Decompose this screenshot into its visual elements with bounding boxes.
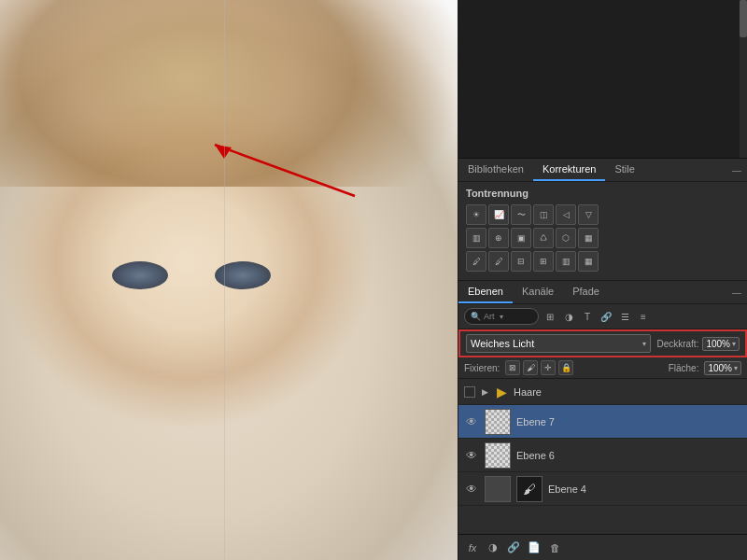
list-item[interactable]: ▶ ▶ Haare <box>458 379 747 405</box>
tab-kanaele[interactable]: Kanäle <box>513 281 563 303</box>
ebenen-section: 🔍 Art ▾ ⊞ ◑ T 🔗 ☰ ≡ Weiches Licht ▾ Deck… <box>458 304 747 560</box>
top-tab-bar: Bibliotheken Korrekturen Stile — <box>458 159 747 182</box>
eye-left <box>112 261 168 289</box>
opacity-arrow: ▾ <box>732 340 736 348</box>
layers-list: ▶ ▶ Haare 👁 Ebene 7 👁 Ebene 6 👁 <box>458 379 747 534</box>
invert-icon[interactable]: ▦ <box>578 228 599 248</box>
adjustment-layer-icon[interactable]: ◑ <box>485 539 501 556</box>
vibrance-icon[interactable]: ◁ <box>556 204 576 225</box>
tab-korrekturen[interactable]: Korrekturen <box>533 159 605 181</box>
blend-mode-value: Weiches Licht <box>471 338 534 349</box>
layer-menu-icon[interactable]: ≡ <box>636 309 651 324</box>
group-icon[interactable]: 🔗 <box>505 539 522 556</box>
icon-row-1: ☀ 📈 〜 ◫ ◁ ▽ <box>466 204 740 225</box>
ebenen-toolbar: 🔍 Art ▾ ⊞ ◑ T 🔗 ☰ ≡ <box>458 304 747 329</box>
channel-mix-icon[interactable]: ♺ <box>533 228 554 248</box>
blend-mode-select[interactable]: Weiches Licht ▾ <box>466 334 651 353</box>
center-line <box>224 0 225 560</box>
flache-arrow: ▾ <box>734 364 738 372</box>
layer-link-icon[interactable]: 🔗 <box>599 309 613 324</box>
opacity-label: Deckkraft: <box>656 339 698 349</box>
right-panel: Bibliotheken Korrekturen Stile — Tontren… <box>458 0 747 560</box>
korrekturen-title: Tontrennung <box>466 188 740 199</box>
ebenen-tab-bar: Ebenen Kanäle Pfade — <box>458 281 747 304</box>
layer-search-box[interactable]: 🔍 Art ▾ <box>464 308 539 325</box>
fixieren-label: Fixieren: <box>464 363 500 373</box>
layer-visibility-icon[interactable]: 👁 <box>464 482 479 497</box>
folder-icon: ▶ <box>493 384 510 400</box>
curves-icon[interactable]: 〜 <box>511 204 531 225</box>
layer-mask-thumbnail: 🖌 <box>516 476 543 502</box>
bw-icon[interactable]: ⊕ <box>488 228 509 248</box>
group-checkbox[interactable] <box>464 386 475 398</box>
ebenen-tab-collapse[interactable]: — <box>726 284 747 301</box>
pattern-icon[interactable]: ▦ <box>578 251 599 272</box>
fixieren-position-icon[interactable]: ⊠ <box>505 360 520 375</box>
group-name: Haare <box>514 386 741 398</box>
layer-name: Ebene 6 <box>516 450 741 461</box>
threshold-icon[interactable]: 🖊 <box>488 251 509 272</box>
flache-label: Fläche: <box>669 363 699 373</box>
hsl-icon[interactable]: ▽ <box>578 204 599 225</box>
flache-value[interactable]: 100% ▾ <box>704 361 741 375</box>
search-art-label: Art <box>484 312 495 321</box>
selective-color-icon[interactable]: ⊞ <box>533 251 554 272</box>
layer-name: Ebene 4 <box>548 483 741 495</box>
layer-thumbnail <box>485 442 511 469</box>
fixieren-row: Fixieren: ⊠ 🖌 ✛ 🔒 Fläche: 100% ▾ <box>458 357 747 379</box>
layer-text-icon[interactable]: T <box>580 309 595 324</box>
layer-thumbnail <box>485 476 511 502</box>
delete-layer-icon[interactable]: 🗑 <box>546 539 563 556</box>
icon-row-2: ▥ ⊕ ▣ ♺ ⬡ ▦ <box>466 228 740 248</box>
canvas-image <box>0 0 458 560</box>
fixieren-move-icon[interactable]: ✛ <box>541 360 556 375</box>
eye-right <box>215 261 271 289</box>
layer-visibility-icon[interactable]: 👁 <box>464 414 479 429</box>
scrollbar-thumb[interactable] <box>740 0 747 37</box>
blend-mode-row: Weiches Licht ▾ Deckkraft: 100% ▾ <box>458 329 747 357</box>
group-expand-arrow[interactable]: ▶ <box>479 386 490 398</box>
layer-filter-icon[interactable]: ⊞ <box>543 309 557 324</box>
photo-filter-icon[interactable]: ▣ <box>511 228 531 248</box>
color-lookup-icon[interactable]: ⬡ <box>556 228 576 248</box>
panel-preview-area <box>458 0 747 159</box>
korrekturen-section: Tontrennung ☀ 📈 〜 ◫ ◁ ▽ ▥ ⊕ ▣ ♺ ⬡ ▦ 🖊 🖊 … <box>458 182 747 281</box>
search-icon: 🔍 <box>471 312 481 321</box>
list-item[interactable]: 👁 🖌 Ebene 4 <box>458 472 747 506</box>
new-layer-icon[interactable]: 📄 <box>526 539 543 556</box>
posterize-icon[interactable]: 🖊 <box>466 251 486 272</box>
brightness-icon[interactable]: ☀ <box>466 204 486 225</box>
canvas-area <box>0 0 458 560</box>
layer-mask-icon[interactable]: ◑ <box>561 309 576 324</box>
top-tab-collapse[interactable]: — <box>726 161 747 179</box>
fx-button[interactable]: fx <box>464 539 481 556</box>
tab-ebenen[interactable]: Ebenen <box>458 281 513 303</box>
fixieren-paint-icon[interactable]: 🖌 <box>523 360 538 375</box>
tab-stile[interactable]: Stile <box>605 159 643 181</box>
fixieren-icons: ⊠ 🖌 ✛ 🔒 <box>505 360 573 375</box>
tab-pfade[interactable]: Pfade <box>563 281 609 303</box>
list-item[interactable]: 👁 Ebene 6 <box>458 439 747 472</box>
blend-mode-arrow: ▾ <box>642 340 646 348</box>
fixieren-lock-icon[interactable]: 🔒 <box>558 360 573 375</box>
layer-visibility-icon[interactable]: 👁 <box>464 448 479 463</box>
layer-more-icon[interactable]: ☰ <box>617 309 632 324</box>
exposure-icon[interactable]: ◫ <box>533 204 554 225</box>
search-dropdown-arrow[interactable]: ▾ <box>500 313 503 321</box>
icon-row-3: 🖊 🖊 ⊟ ⊞ ▥ ▦ <box>466 251 740 272</box>
colorbalance-icon[interactable]: ▥ <box>466 228 486 248</box>
layer-name: Ebene 7 <box>516 416 741 427</box>
opacity-block: Deckkraft: 100% ▾ <box>656 337 740 351</box>
hair-overlay <box>0 0 458 187</box>
panel-scrollbar[interactable] <box>740 0 747 158</box>
levels-icon[interactable]: 📈 <box>488 204 509 225</box>
gradient-map-icon[interactable]: ⊟ <box>511 251 531 272</box>
bottom-toolbar: fx ◑ 🔗 📄 🗑 <box>458 534 747 560</box>
tab-bibliotheken[interactable]: Bibliotheken <box>458 159 533 181</box>
list-item[interactable]: 👁 Ebene 7 <box>458 405 747 439</box>
layer-thumbnail <box>485 409 511 435</box>
solid-color-icon[interactable]: ▥ <box>556 251 576 272</box>
opacity-value[interactable]: 100% ▾ <box>702 337 740 351</box>
